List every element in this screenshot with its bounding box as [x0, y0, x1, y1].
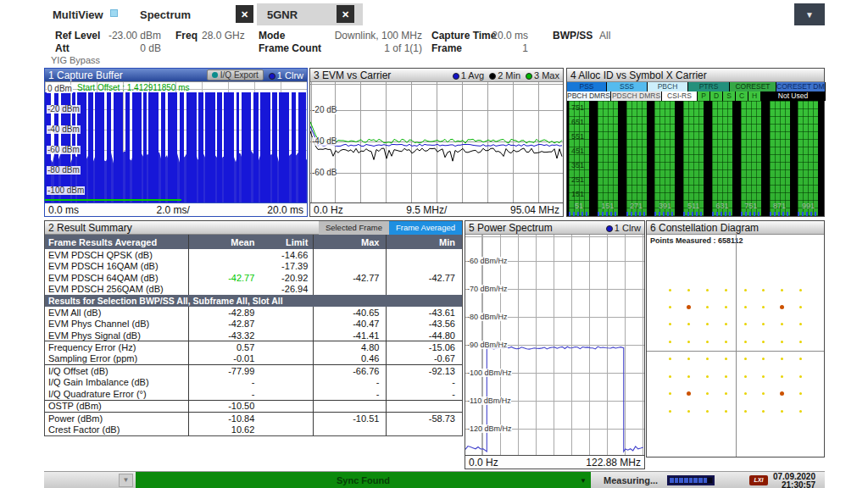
constellation-point: [725, 392, 727, 395]
tab-5gnr[interactable]: 5GNR ✕: [257, 3, 363, 25]
trace-dot-icon: [489, 73, 496, 80]
result-row[interactable]: EVM Phys Signal (dB)-43.32-41.41-44.80: [45, 330, 462, 341]
evm-titlebar[interactable]: 3 EVM vs Carrier 1 Avg2 Min3 Max: [310, 69, 563, 82]
constellation-point-highlight: [687, 305, 691, 309]
constellation-titlebar[interactable]: 6 Constellation Diagram: [647, 221, 824, 235]
bwpss-value[interactable]: All: [599, 30, 610, 42]
close-5gnr-button[interactable]: ✕: [337, 5, 354, 23]
constellation-point: [744, 392, 747, 395]
measuring-status: Measuring...: [604, 475, 658, 485]
signal-burst: [224, 92, 234, 202]
result-row[interactable]: EVM PDSCH QPSK (dB)-14.66: [45, 249, 462, 260]
result-row[interactable]: EVM PDSCH 16QAM (dB)-17.39: [45, 260, 462, 271]
freq-value[interactable]: 28.0 GHz: [202, 30, 245, 42]
result-titlebar[interactable]: 2 Result Summary Selected Frame Frame Av…: [45, 221, 462, 235]
alloc-band: [770, 101, 790, 216]
alloc-col-label: 391: [659, 202, 671, 210]
frame-count-value[interactable]: 1 of 1(1): [314, 42, 422, 54]
signal-burst: [161, 92, 166, 202]
panel-capture-buffer[interactable]: 1 Capture Buffer I/Q Export 1 Clrw 0 dBm…: [44, 68, 308, 217]
power-titlebar[interactable]: 5 Power Spectrum 1 Clrw: [465, 221, 644, 235]
result-row[interactable]: EVM All (dB)-42.89-40.65-43.61: [45, 307, 462, 318]
alloc-legend-row2: PBCH DMRSPDSCH DMRSCSI-RSPDSCHNot Used: [567, 92, 824, 101]
alloc-col-label: 871: [773, 202, 786, 210]
constellation-point: [706, 289, 709, 291]
constellation-point: [669, 341, 671, 343]
tab-multiview[interactable]: MultiView: [53, 8, 103, 21]
ref-level-value[interactable]: -23.00 dBm: [85, 30, 161, 42]
tab-spectrum[interactable]: Spectrum: [140, 8, 191, 21]
constellation-point: [799, 375, 802, 378]
signal-burst: [125, 92, 131, 202]
constellation-point: [687, 375, 690, 378]
constellation-point: [687, 410, 690, 413]
constellation-point: [744, 323, 747, 325]
result-row[interactable]: EVM Phys Channel (dB)-42.87-40.47-43.56: [45, 318, 462, 329]
frame-value[interactable]: 1: [458, 42, 528, 54]
evm-legend-item[interactable]: 2 Min: [489, 70, 520, 80]
alloc-titlebar[interactable]: 4 Alloc ID vs Symbol X Carrier: [567, 69, 824, 82]
constellation-point: [687, 323, 690, 325]
signal-burst: [107, 92, 112, 202]
alloc-col-label: 631: [715, 202, 728, 210]
trace1-dot-icon: [269, 73, 275, 80]
mode-value[interactable]: Downlink, 100 MHz: [314, 30, 422, 42]
constellation-point: [687, 289, 690, 291]
constellation-point: [762, 392, 765, 395]
result-row[interactable]: I/Q Offset (dB)-77.99-66.76-92.13: [45, 364, 462, 376]
tab-frame-averaged[interactable]: Frame Averaged: [389, 221, 462, 235]
constellation-point: [781, 358, 783, 360]
evm-y-tick: -20 dB: [312, 106, 337, 114]
signal-burst: [260, 92, 270, 202]
close-spectrum-button[interactable]: ✕: [236, 5, 253, 23]
alloc-band: [683, 101, 704, 216]
result-row[interactable]: EVM PDSCH 64QAM (dB)-42.77-20.92-42.77-4…: [45, 272, 462, 283]
alloc-band: [626, 101, 647, 216]
constellation-point: [762, 289, 765, 291]
result-row[interactable]: Power (dBm)-10.84-10.51-58.73: [45, 412, 462, 424]
signal-burst: [95, 92, 104, 202]
att-value[interactable]: 0 dB: [85, 42, 161, 54]
constellation-plot[interactable]: Points Measured : 658112: [647, 235, 824, 457]
panel-result-summary[interactable]: 2 Result Summary Selected Frame Frame Av…: [44, 220, 463, 436]
progress-segment: [708, 478, 712, 483]
power-y-tick: -120 dBm/Hz: [467, 424, 512, 433]
evm-title: 3 EVM vs Carrier: [314, 69, 391, 81]
tab-5gnr-label: 5GNR: [267, 8, 298, 21]
constellation-point: [781, 323, 783, 325]
signal-burst: [168, 92, 178, 202]
alloc-row-label: 251: [571, 176, 584, 184]
tab-selected-frame[interactable]: Selected Frame: [319, 221, 389, 235]
panel-power-spectrum[interactable]: 5 Power Spectrum 1 Clrw -60 dBm/Hz-70 dB…: [465, 220, 645, 469]
panel-constellation[interactable]: 6 Constellation Diagram Points Measured …: [646, 220, 825, 458]
sync-status-badge[interactable]: Sync Found ▼: [136, 472, 591, 488]
constellation-point: [725, 358, 727, 360]
alloc-legend-c: C: [736, 92, 748, 101]
evm-legend-item[interactable]: 1 Avg: [453, 70, 484, 80]
alloc-legend-d: D: [710, 92, 723, 101]
status-dropdown-chevron-icon[interactable]: ▼: [119, 474, 133, 487]
power-title: 5 Power Spectrum: [469, 222, 553, 234]
power-spectrum-plot[interactable]: -60 dBm/Hz-70 dBm/Hz-80 dBm/Hz-90 dBm/Hz…: [465, 235, 644, 455]
power-y-tick: -70 dBm/Hz: [467, 285, 508, 293]
result-row[interactable]: OSTP (dBm)-10.50: [45, 400, 462, 412]
capture-buffer-plot[interactable]: 0 dBm-20 dBm-40 dBm-60 dBm-80 dBm-100 dB…: [45, 82, 307, 202]
capture-time-value[interactable]: 20.0 ms: [458, 30, 528, 42]
signal-burst: [272, 92, 277, 202]
window-menu-button[interactable]: ▼: [794, 3, 825, 25]
iq-export-button[interactable]: I/Q Export: [207, 69, 264, 80]
result-row[interactable]: EVM PDSCH 256QAM (dB)-26.94: [45, 283, 462, 294]
result-row[interactable]: Crest Factor (dB)10.62: [45, 424, 462, 435]
evm-legend-item[interactable]: 3 Max: [526, 70, 559, 80]
panel-evm-vs-carrier[interactable]: 3 EVM vs Carrier 1 Avg2 Min3 Max -20 dB-…: [309, 68, 564, 217]
result-row[interactable]: Sampling Error (ppm)-0.010.46-0.67: [45, 353, 462, 364]
evm-plot[interactable]: -20 dB-40 dB-60 dB: [310, 82, 563, 202]
result-row[interactable]: I/Q Gain Imbalance (dB)---: [45, 377, 462, 388]
result-row[interactable]: Frequency Error (Hz)0.574.80-15.06: [45, 341, 462, 352]
result-row[interactable]: I/Q Quadrature Error (°)---: [45, 388, 462, 399]
alloc-col-label: 51: [575, 202, 583, 210]
alloc-heatmap[interactable]: 7516515514513512511515115127139151163175…: [567, 101, 824, 216]
panel-alloc-id[interactable]: 4 Alloc ID vs Symbol X Carrier PSSSSSPBC…: [566, 68, 825, 217]
capture-buffer-titlebar[interactable]: 1 Capture Buffer I/Q Export 1 Clrw: [45, 69, 307, 82]
capture-x-axis: 0.0 ms2.0 ms/20.0 ms: [45, 202, 307, 216]
